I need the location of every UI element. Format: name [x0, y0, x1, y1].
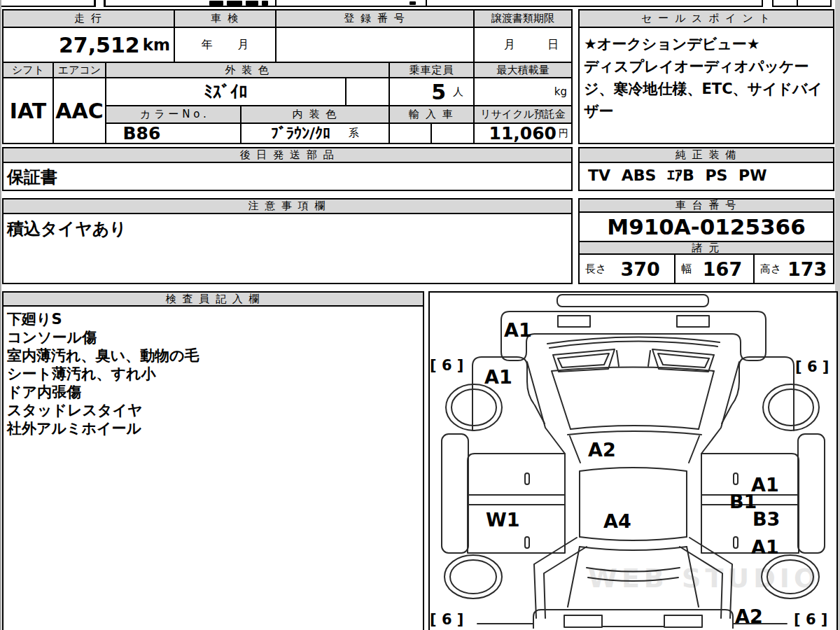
genuine-equipment-header: 純 正 装 備: [580, 148, 833, 163]
damage-diagram-box: WEB STUDIO PRO: [428, 291, 838, 630]
mileage-value: 27,512 km: [4, 28, 175, 63]
color-no-value: B86: [106, 124, 241, 143]
tire-grade-front-left: [ 6 ]: [430, 357, 463, 374]
interior-color-header: 内 装 色: [241, 106, 390, 124]
recycle-value: 11,060 円: [475, 124, 571, 143]
front-bumper-left-lamp: [558, 316, 590, 327]
aircon-value: AAC: [54, 78, 106, 143]
tire-grade-rear-left: [ 6 ]: [430, 611, 463, 628]
tire-grade-rear-right: [ 6 ]: [794, 611, 827, 628]
inspector-note-line: 社外アルミホイール: [7, 419, 420, 438]
notice-value: 積込タイヤあり: [7, 218, 127, 240]
exterior-color-value: ﾐｽﾞｲﾛ: [106, 78, 346, 106]
left-rocker-strip: [442, 434, 468, 553]
damage-marker-front-bumper: A1: [504, 319, 532, 341]
chassis-specs-box: 車 台 番 号 M910A-0125366 諸 元 長さ 370 幅 167 高…: [578, 198, 834, 284]
spec-width-value: 167: [692, 258, 753, 280]
damage-marker-right-rear-quarter: A2: [735, 606, 763, 627]
inspection-header: 車 検: [175, 10, 276, 28]
spec-width-label: 幅: [681, 262, 692, 276]
specs-header: 諸 元: [580, 241, 833, 255]
damage-marker-right-rear-door-lower: A1: [751, 536, 779, 558]
damage-marker-front-left-fender: A1: [484, 366, 512, 388]
rear-bumper-outline: [533, 610, 733, 629]
capacity-header: 乗車定員: [390, 63, 475, 78]
aircon-header: エアコン: [54, 63, 106, 78]
inspector-note-line: ドア内張傷: [7, 383, 420, 401]
sales-point-header: セ ー ル ス ポ イ ン ト: [580, 10, 833, 28]
sales-point-line2: ディスプレイオーディオパッケージ、寒冷地仕様、ETC、サイドバイザー: [584, 55, 830, 122]
inspector-note-line: シート薄汚れ、すれ小: [7, 365, 420, 383]
max-load-unit: kg: [554, 85, 567, 98]
interior-color-suffix: 系: [349, 127, 359, 140]
damage-marker-roof: A4: [603, 510, 631, 532]
mileage-unit: km: [143, 36, 170, 54]
front-left-wheel: [446, 384, 502, 430]
inspector-notes-list: 下廻りS コンソール傷 室内薄汚れ、臭い、動物の毛 シート薄汚れ、すれ小 ドア内…: [7, 310, 420, 438]
roof-panel: [580, 468, 687, 537]
interior-color-value: ﾌﾞﾗｳﾝ/ｸﾛ 系: [241, 124, 390, 143]
color-no-header: カ ラ ー N o .: [106, 106, 241, 124]
registration-value: [276, 28, 475, 63]
rear-bumper-right-lamp: [664, 615, 702, 627]
cowl-arcs: [568, 426, 701, 435]
later-parts-value: 保証書: [7, 166, 57, 188]
exterior-color-header: 外 装 色: [106, 63, 390, 78]
inspector-note-line: 室内薄汚れ、臭い、動物の毛: [7, 346, 420, 365]
left-rear-door-handle: [525, 537, 529, 548]
spec-length: 長さ 370: [580, 255, 676, 283]
spec-length-label: 長さ: [585, 262, 606, 276]
spec-height-label: 高さ: [760, 262, 781, 276]
max-load-header: 最大積載量: [475, 63, 571, 78]
chassis-no-header: 車 台 番 号: [580, 200, 833, 213]
import-header: 輸 入 車: [390, 106, 475, 124]
notice-header: 注 意 事 項 欄: [4, 200, 571, 214]
front-bumper-right-lamp: [677, 316, 709, 327]
damage-marker-right-rear-door: B3: [752, 508, 780, 530]
front-right-fender: [722, 357, 794, 430]
capacity-unit: 人: [453, 85, 463, 99]
rear-left-wheel: [444, 555, 502, 598]
auction-sheet: 走 行 車 検 登 録 番 号 譲渡書類期限 27,512 km 年 月 月 日…: [0, 0, 840, 630]
max-load-value: kg: [475, 78, 571, 106]
genuine-equipment-value: TV ABS ｴｱB PS PW: [588, 167, 766, 184]
capacity-value: 5 人: [390, 78, 475, 106]
right-rocker-strip: [798, 434, 825, 553]
import-value-2: [432, 124, 475, 143]
spec-height: 高さ 173: [755, 255, 833, 283]
damage-marker-left-door: W1: [486, 509, 520, 531]
registration-header: 登 録 番 号: [276, 10, 475, 28]
spec-width: 幅 167: [676, 255, 755, 283]
cutoff-row: [0, 0, 840, 8]
inspector-note-line: コンソール傷: [7, 328, 420, 346]
vehicle-info-table: 走 行 車 検 登 録 番 号 譲渡書類期限 27,512 km 年 月 月 日…: [2, 9, 573, 144]
shift-header: シフト: [4, 63, 54, 78]
left-door-panel: [468, 454, 565, 553]
left-front-door-handle: [525, 473, 529, 484]
damage-marker-windshield: A2: [588, 439, 616, 461]
spec-height-value: 173: [781, 258, 833, 280]
exterior-color-sub-cell: [346, 78, 390, 106]
car-diagram: WEB STUDIO PRO: [430, 293, 836, 629]
page-left-edge: [0, 0, 1, 630]
front-right-wheel: [763, 384, 819, 430]
later-parts-box: 後 日 発 送 部 品 保証書: [2, 147, 573, 191]
inspection-value: 年 月: [175, 28, 276, 63]
transfer-docs-header: 譲渡書類期限: [475, 10, 571, 28]
transfer-docs-value: 月 日: [475, 28, 571, 63]
notice-box: 注 意 事 項 欄 積込タイヤあり: [2, 198, 573, 284]
windshield: [552, 368, 714, 430]
cutoff-glyphs: [209, 1, 223, 6]
tire-grade-front-right: [ 6 ]: [795, 358, 829, 375]
right-rear-door-handle: [734, 537, 738, 548]
genuine-equipment-box: 純 正 装 備 TV ABS ｴｱB PS PW: [578, 147, 834, 191]
inspector-notes-header: 検 査 員 記 入 欄: [4, 293, 423, 307]
recycle-unit: 円: [559, 127, 568, 140]
shift-value: IAT: [4, 78, 54, 143]
import-value-1: [390, 124, 432, 143]
inspector-note-line: 下廻りS: [7, 310, 420, 328]
sales-point-box: セ ー ル ス ポ イ ン ト ★オークションデビュー★ ディスプレイオーディオ…: [578, 9, 834, 144]
front-bumper-outline: [501, 312, 766, 360]
front-roof-strip: [557, 295, 708, 307]
spec-length-value: 370: [606, 258, 674, 280]
